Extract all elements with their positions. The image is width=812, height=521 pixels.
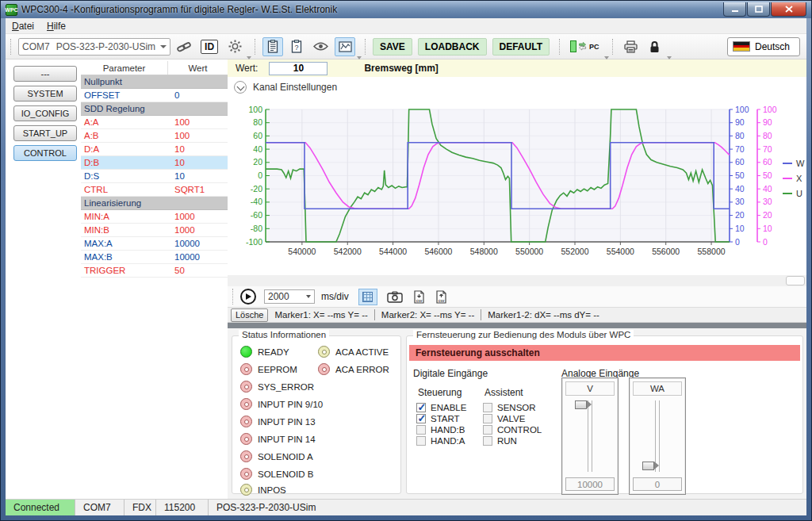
svg-text:10: 10 [735, 224, 745, 233]
param-row-ctrl[interactable]: CTRLSQRT1 [81, 183, 228, 197]
param-row-offset[interactable]: OFFSET0 [81, 89, 228, 102]
checkbox-enable[interactable]: ENABLE [416, 403, 466, 412]
svg-text:80: 80 [253, 117, 262, 127]
chart-toolbar: 2000 ms/div csv csv [228, 286, 806, 307]
timebase-value: 2000 [268, 291, 289, 302]
toolbar-overflow-icon[interactable] [604, 56, 609, 59]
chart-svg[interactable]: 5400005420005440005460005480005500005520… [228, 98, 808, 275]
language-select[interactable]: Deutsch [727, 37, 800, 56]
checkbox-sensor[interactable]: SENSOR [483, 403, 536, 412]
param-row-db[interactable]: D:B10 [81, 156, 228, 170]
checkbox-start[interactable]: START [416, 414, 460, 423]
sidebar-item-system[interactable]: SYSTEM [13, 86, 77, 102]
screenshot-button[interactable] [384, 287, 406, 306]
timebase-select[interactable]: 2000 [264, 289, 315, 304]
slider-thumb[interactable] [642, 462, 654, 470]
print-button[interactable] [620, 37, 642, 56]
checkbox-valve[interactable]: VALVE [483, 414, 525, 423]
toolbar-overflow-icon[interactable] [667, 56, 672, 59]
left-panel: --- SYSTEM IO_CONFIG START_UP CONTROL Pa… [6, 59, 228, 499]
svg-text:100: 100 [248, 105, 262, 114]
module-pc-transfer-button[interactable]: PC [567, 37, 603, 56]
status-information-group: Status Informationen READY EEPROM SYS_ER… [232, 335, 401, 494]
oscilloscope-button[interactable] [335, 37, 355, 56]
oscilloscope-chart[interactable]: 5400005420005440005460005480005500005520… [228, 98, 806, 275]
checkbox-icon [416, 403, 426, 412]
channel-settings-expander: Kanal Einstellungen [228, 77, 806, 98]
slider-thumb[interactable] [575, 400, 587, 409]
wert-input[interactable] [269, 62, 327, 75]
play-button[interactable] [240, 289, 256, 305]
param-row-ds[interactable]: D:S10 [81, 170, 228, 183]
port-device-combobox[interactable]: COM7 POS-323-P-2030-USim [18, 38, 170, 56]
monitor-button[interactable] [310, 37, 331, 56]
slider-v: V 10000 [561, 377, 619, 495]
lock-button[interactable] [645, 37, 665, 56]
param-row-ab[interactable]: A:B100 [81, 129, 228, 143]
connect-link-button[interactable] [174, 37, 194, 56]
save-button[interactable]: SAVE [373, 38, 412, 56]
toolbar-overflow-icon[interactable] [247, 56, 251, 59]
id-button[interactable]: ID [197, 37, 221, 56]
checkbox-control[interactable]: CONTROL [483, 425, 542, 435]
loadback-button[interactable]: LOADBACK [418, 38, 487, 56]
input-pin-14-led-icon [240, 433, 252, 445]
close-button[interactable] [771, 2, 806, 17]
parameter-report-button[interactable] [262, 37, 283, 56]
connection-group: COM7 POS-323-P-2030-USim ID [18, 37, 250, 56]
expand-chevron-icon[interactable] [234, 81, 247, 94]
param-row-min-b[interactable]: MIN:B1000 [81, 224, 228, 237]
param-row-min-a[interactable]: MIN:A1000 [81, 210, 228, 224]
main-panel: Wert: Bremsweg [mm] Kanal Einstellungen … [228, 59, 806, 499]
help-report-button[interactable]: ? [286, 37, 307, 56]
toolbar-overflow-icon[interactable] [357, 56, 362, 59]
sidebar-item-start-up[interactable]: START_UP [13, 125, 77, 141]
menubar: Datei Hilfe [6, 18, 806, 34]
aca-active-led-icon [318, 346, 330, 358]
settings-button[interactable] [224, 37, 245, 56]
svg-text:100: 100 [735, 105, 749, 114]
sidebar-item-none[interactable]: --- [13, 66, 77, 82]
param-row-da[interactable]: D:A10 [81, 143, 228, 156]
csv-import-button[interactable]: csv [431, 287, 452, 306]
led-solenoid-a: SOLENOID A [240, 450, 313, 462]
maximize-button[interactable] [747, 2, 770, 17]
menu-datei[interactable]: Datei [6, 19, 40, 33]
sidebar-item-control[interactable]: CONTROL [13, 145, 77, 161]
sidebar-item-io-config[interactable]: IO_CONFIG [13, 105, 77, 121]
remote-off-button[interactable]: Fernsteuerung ausschalten [409, 345, 800, 361]
param-row-trigger[interactable]: TRIGGER50 [81, 264, 228, 278]
param-row-aa[interactable]: A:A100 [81, 116, 228, 129]
led-input-pin-9-10: INPUT PIN 9/10 [240, 398, 323, 410]
default-button[interactable]: DEFAULT [492, 38, 550, 56]
svg-text:548000: 548000 [470, 247, 498, 256]
minimize-button[interactable] [723, 2, 746, 17]
content-area: --- SYSTEM IO_CONFIG START_UP CONTROL Pa… [6, 59, 806, 499]
csv-export-button[interactable]: csv [409, 287, 430, 306]
checkbox-icon [483, 403, 492, 412]
slider-track[interactable] [588, 400, 592, 472]
grid-toggle-button[interactable] [358, 289, 377, 305]
param-row-max-b[interactable]: MAX:B10000 [81, 251, 228, 264]
ready-led-icon [240, 346, 252, 358]
checkbox-hand-a[interactable]: HAND:A [416, 436, 465, 446]
param-row-max-a[interactable]: MAX:A10000 [81, 237, 228, 251]
svg-text:70: 70 [735, 144, 745, 154]
scope-image-icon [339, 41, 352, 52]
slider-v-value: 10000 [565, 477, 615, 491]
checkbox-run[interactable]: RUN [483, 436, 517, 446]
chart-horizontal-scrollbar[interactable] [228, 275, 806, 286]
clear-markers-button[interactable]: Lösche [231, 308, 268, 322]
eeprom-led-icon [240, 363, 252, 375]
svg-text:40: 40 [763, 184, 772, 193]
svg-text:0: 0 [763, 237, 768, 247]
svg-text:552000: 552000 [561, 247, 588, 256]
checkbox-hand-b[interactable]: HAND:B [416, 425, 465, 435]
horizontal-splitter[interactable] [228, 323, 806, 328]
toolbar-grip [612, 39, 616, 55]
scrollbar-thumb[interactable] [786, 276, 805, 285]
svg-text:20: 20 [735, 210, 745, 220]
solenoid-b-led-icon [240, 468, 252, 480]
menu-hilfe[interactable]: Hilfe [40, 19, 72, 33]
led-solenoid-b: SOLENOID B [240, 468, 313, 480]
